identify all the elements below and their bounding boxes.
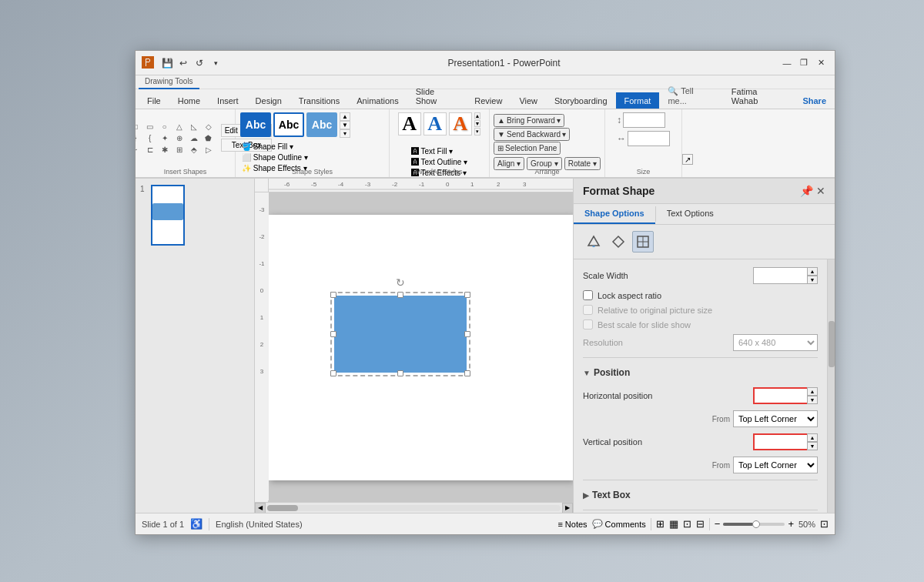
shape-triangle[interactable]: △ [173,121,186,132]
text-box-section-header[interactable]: ▶ Text Box [583,487,818,503]
wordart-scroll-down[interactable]: ▼ [474,120,481,127]
shape-fill-btn[interactable]: 🪣 Shape Fill ▾ [240,142,384,152]
fit-slide-btn[interactable]: ⊡ [820,518,829,530]
shape-more2[interactable]: { [144,132,156,143]
style-scroll-up[interactable]: ▲ [340,112,350,121]
shape-r3[interactable]: ⌣ [136,144,142,155]
relative-original-checkbox[interactable] [583,305,593,315]
shape-more3[interactable]: ✦ [159,132,171,143]
resolution-select[interactable]: 640 x 480 [733,334,818,351]
shape-effects-icon-btn[interactable] [608,231,629,253]
tab-text-options[interactable]: Text Options [656,204,725,224]
tab-storyboarding[interactable]: Storyboarding [546,92,616,109]
zoom-out-btn[interactable]: − [715,518,721,530]
wordart-A-black[interactable]: A [398,112,421,135]
tab-insert[interactable]: Insert [209,92,247,109]
abc-style-1[interactable]: Abc [240,112,271,137]
tab-design[interactable]: Design [247,92,290,109]
panel-pin-btn[interactable]: 📌 [800,185,813,197]
scroll-right-btn[interactable]: ▶ [562,503,573,513]
tab-slideshow[interactable]: Slide Show [407,83,467,109]
scroll-track[interactable] [267,505,561,511]
tab-view[interactable]: View [511,92,546,109]
slide[interactable]: ↻ [269,215,573,480]
wordart-A-orange[interactable]: A [449,112,472,135]
shape-rrect[interactable]: ▭ [144,121,156,132]
close-button[interactable]: ✕ [813,55,829,71]
handle-br[interactable] [464,370,470,376]
slide-thumbnail[interactable] [151,185,185,246]
style-scroll-down[interactable]: ▼ [340,121,350,129]
restore-button[interactable]: ❐ [796,55,812,71]
v-position-input[interactable]: 2.68" [753,433,807,450]
customize-button[interactable]: ▾ [209,56,223,70]
zoom-in-btn[interactable]: + [788,518,794,530]
h-scrollbar[interactable]: ◀ ▶ [255,502,573,513]
tab-home[interactable]: Home [169,92,209,109]
tab-shape-options[interactable]: Shape Options [574,204,655,224]
scroll-left-btn[interactable]: ◀ [255,503,266,513]
view-normal-btn[interactable]: ⊞ [656,518,665,530]
redo-button[interactable]: ↺ [192,56,206,70]
view-reading-btn[interactable]: ⊡ [683,518,691,530]
wordart-scroll-up[interactable]: ▲ [474,112,481,119]
shape-oval[interactable]: ○ [159,121,171,132]
panel-close-btn[interactable]: ✕ [816,185,825,197]
handle-tr[interactable] [464,292,470,298]
style-expand[interactable]: ▾ [340,129,350,138]
shape-r5[interactable]: ✱ [159,144,171,155]
slide-shape[interactable]: ↻ [334,296,467,373]
wordart-expand[interactable]: ▾ [474,128,481,135]
width-input[interactable]: 4.08" [628,131,670,146]
tab-transitions[interactable]: Transitions [290,92,348,109]
abc-style-2[interactable]: Abc [273,112,304,137]
size-expand-btn[interactable]: ↗ [682,154,693,165]
h-position-input[interactable]: 1.87" [753,387,807,404]
notes-btn[interactable]: ≡ Notes [557,520,587,529]
handle-bm[interactable] [397,370,403,376]
zoom-track[interactable] [723,523,785,526]
align-btn[interactable]: Align ▾ [494,157,524,170]
best-scale-checkbox[interactable] [583,319,593,329]
rotate-btn[interactable]: Rotate ▾ [564,157,601,170]
undo-button[interactable]: ↩ [176,56,190,70]
shape-rect[interactable]: □ [136,121,142,132]
shape-more6[interactable]: ⬟ [203,132,215,143]
tab-file[interactable]: File [139,92,169,109]
view-presentation-btn[interactable]: ⊟ [696,518,705,530]
save-button[interactable]: 💾 [160,56,174,70]
shape-outline-btn[interactable]: ⬜ Shape Outline ▾ [240,152,384,162]
panel-scroll-thumb[interactable] [829,321,835,367]
bring-forward-btn[interactable]: ▲ Bring Forward ▾ [494,114,564,127]
scale-width-up[interactable]: ▲ [807,267,818,276]
tab-tellme[interactable]: 🔍 Tell me... [659,82,722,109]
view-slide-sorter-btn[interactable]: ▦ [669,518,678,530]
slide-canvas[interactable]: ↻ [269,192,573,502]
zoom-handle[interactable] [752,520,760,528]
wordart-A-blue[interactable]: A [424,112,447,135]
v-pos-down[interactable]: ▼ [807,442,818,450]
handle-tl[interactable] [330,292,336,298]
tab-review[interactable]: Review [466,92,511,109]
v-pos-up[interactable]: ▲ [807,433,818,442]
shape-rtriangle[interactable]: ◺ [188,121,200,132]
comments-btn[interactable]: 💬 Comments [592,519,646,529]
h-from-select[interactable]: Top Left Corner [733,410,818,427]
handle-mr[interactable] [464,331,470,337]
v-from-select[interactable]: Top Left Corner [733,457,818,473]
tab-format[interactable]: Format [616,92,660,109]
tab-share[interactable]: Share [794,92,835,109]
tab-user[interactable]: Fatima Wahab [723,83,795,109]
text-fill-btn[interactable]: 🅰 Text Fill ▾ [410,146,468,156]
shape-r6[interactable]: ⊞ [173,144,186,155]
handle-bl[interactable] [330,370,336,376]
h-pos-down[interactable]: ▼ [807,396,818,404]
scale-width-input[interactable]: 100% [753,267,807,284]
fill-effects-icon-btn[interactable] [583,231,604,253]
shape-more5[interactable]: ☁ [188,132,200,143]
text-outline-btn[interactable]: 🅰 Text Outline ▾ [410,157,468,167]
position-section-header[interactable]: ▼ Position [583,364,818,381]
tab-animations[interactable]: Animations [348,92,407,109]
scroll-thumb[interactable] [267,505,298,511]
h-pos-up[interactable]: ▲ [807,387,818,396]
